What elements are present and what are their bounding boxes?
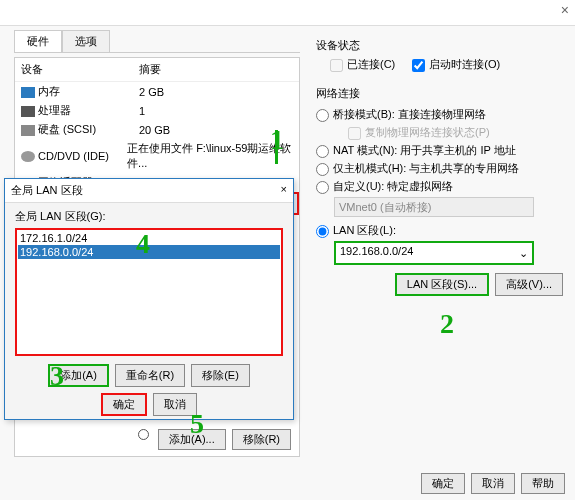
- device-row[interactable]: 硬盘 (SCSI)20 GB: [15, 120, 299, 139]
- remove-device-button[interactable]: 移除(R): [232, 429, 291, 450]
- cancel-button[interactable]: 取消: [471, 473, 515, 494]
- advanced-button[interactable]: 高级(V)...: [495, 273, 563, 296]
- bridge-radio[interactable]: 桥接模式(B): 直接连接物理网络: [316, 107, 563, 122]
- lan-radio[interactable]: LAN 区段(L):: [316, 223, 563, 238]
- dialog-label: 全局 LAN 区段(G):: [15, 209, 283, 224]
- device-icon: [21, 151, 35, 162]
- window-title: [0, 0, 16, 16]
- dialog-title: 全局 LAN 区段: [11, 183, 83, 198]
- dialog-close-icon[interactable]: ×: [281, 183, 287, 198]
- annotation-4: 4: [136, 228, 150, 260]
- hostonly-radio[interactable]: 仅主机模式(H): 与主机共享的专用网络: [316, 161, 563, 176]
- lan-select[interactable]: 192.168.0.0/24 ⌄: [334, 241, 534, 265]
- network-title: 网络连接: [316, 86, 563, 101]
- help-button[interactable]: 帮助: [521, 473, 565, 494]
- custom-select: VMnet0 (自动桥接): [334, 197, 534, 217]
- bridge-copy-checkbox: 复制物理网络连接状态(P): [348, 126, 490, 138]
- col-summary: 摘要: [139, 62, 161, 77]
- annotation-1: 1: [270, 124, 284, 156]
- device-row[interactable]: 内存2 GB: [15, 82, 299, 101]
- connected-checkbox[interactable]: 已连接(C): [330, 58, 395, 70]
- device-row[interactable]: CD/DVD (IDE)正在使用文件 F:\linux-59期运维软件...: [15, 139, 299, 173]
- annotation-5: 5: [190, 408, 204, 440]
- annotation-3: 3: [50, 360, 64, 392]
- device-icon: [21, 106, 35, 117]
- device-icon: [21, 125, 35, 136]
- dialog-remove-button[interactable]: 移除(E): [191, 364, 250, 387]
- annotation-2: 2: [440, 308, 454, 340]
- dialog-ok-button[interactable]: 确定: [101, 393, 147, 416]
- chevron-down-icon: ⌄: [519, 247, 528, 260]
- col-device: 设备: [21, 62, 139, 77]
- ok-button[interactable]: 确定: [421, 473, 465, 494]
- device-row[interactable]: 处理器1: [15, 101, 299, 120]
- tab-options[interactable]: 选项: [62, 30, 110, 52]
- device-icon: [21, 87, 35, 98]
- lan-segment-dialog: 全局 LAN 区段 × 全局 LAN 区段(G): 172.16.1.0/24 …: [4, 178, 294, 420]
- close-icon[interactable]: ×: [561, 2, 569, 18]
- tabs: 硬件 选项: [14, 30, 300, 53]
- window-titlebar: ×: [0, 0, 575, 26]
- status-title: 设备状态: [316, 38, 563, 53]
- tab-hardware[interactable]: 硬件: [14, 30, 62, 52]
- nat-radio[interactable]: NAT 模式(N): 用于共享主机的 IP 地址: [316, 143, 563, 158]
- custom-radio[interactable]: 自定义(U): 特定虚拟网络: [316, 179, 563, 194]
- gear-icon: [138, 429, 149, 440]
- lan-segment-button[interactable]: LAN 区段(S)...: [395, 273, 489, 296]
- dialog-rename-button[interactable]: 重命名(R): [115, 364, 185, 387]
- connect-on-start-checkbox[interactable]: 启动时连接(O): [412, 58, 500, 70]
